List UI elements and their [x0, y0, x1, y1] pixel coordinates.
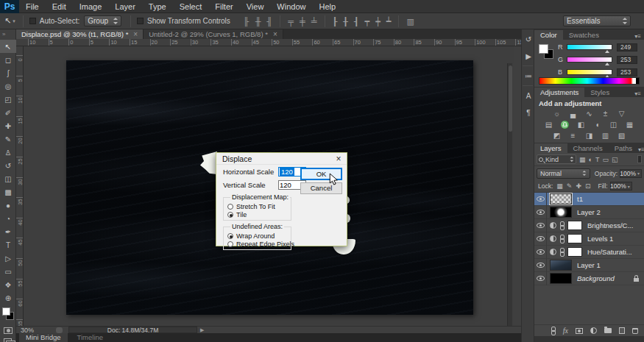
- vibrance-adjustment-icon[interactable]: ▽: [616, 110, 627, 118]
- blend-mode-dropdown[interactable]: Normal: [537, 168, 590, 179]
- radio-stretch-to-fit[interactable]: Stretch To Fit: [227, 202, 291, 210]
- dialog-close-icon[interactable]: ×: [330, 153, 347, 165]
- align-top-edges-icon[interactable]: ╤: [285, 14, 297, 29]
- channel-R-value[interactable]: 249: [617, 43, 637, 51]
- photo-filter-adjustment-icon[interactable]: ◖: [592, 121, 603, 129]
- align-right-edges-icon[interactable]: ╢: [263, 14, 275, 29]
- menu-layer[interactable]: Layer: [108, 0, 142, 13]
- channel-B-slider[interactable]: [567, 69, 612, 75]
- lock-all-icon[interactable]: ⊡: [585, 182, 591, 190]
- show-transform-controls-checkbox[interactable]: [137, 18, 144, 24]
- menu-select[interactable]: Select: [173, 0, 209, 13]
- quick-selection-tool[interactable]: ◎: [0, 79, 16, 93]
- fill-value[interactable]: 100%▾: [610, 182, 632, 190]
- curves-adjustment-icon[interactable]: ∿: [584, 110, 595, 118]
- panel-menu-icon[interactable]: ▾≡: [638, 146, 644, 153]
- type-tool[interactable]: T: [0, 238, 16, 252]
- distribute-right-edges-icon[interactable]: ┷: [383, 14, 394, 29]
- layer-thumbnail[interactable]: [550, 193, 572, 204]
- character-panel-icon[interactable]: A: [522, 88, 535, 103]
- layer-visibility-toggle[interactable]: [534, 232, 547, 246]
- close-tab-icon[interactable]: ×: [273, 30, 277, 38]
- channel-mixer-adjustment-icon[interactable]: ◫: [608, 121, 619, 129]
- menu-file[interactable]: File: [19, 0, 46, 13]
- paragraph-panel-icon[interactable]: ¶: [522, 105, 535, 120]
- brush-tool[interactable]: ✎: [0, 132, 16, 146]
- auto-align-layers-icon[interactable]: ▥: [403, 14, 417, 29]
- filter-shape-layers-icon[interactable]: ▭: [602, 156, 609, 163]
- move-tool[interactable]: ↖: [0, 40, 16, 53]
- distribute-left-edges-icon[interactable]: ┯: [362, 14, 373, 29]
- brightness-contrast-adjustment-icon[interactable]: ☼: [551, 110, 562, 118]
- menu-type[interactable]: Type: [142, 0, 173, 13]
- opacity-value[interactable]: 100%▾: [620, 169, 642, 178]
- channel-R-slider[interactable]: [567, 44, 612, 50]
- layer-mask-thumbnail[interactable]: [567, 234, 582, 243]
- tab-adjustments[interactable]: Adjustments: [534, 88, 584, 97]
- layer-visibility-toggle[interactable]: [534, 206, 547, 219]
- layer-thumbnail[interactable]: [550, 207, 572, 218]
- exposure-adjustment-icon[interactable]: ±: [600, 110, 611, 118]
- delete-layer-icon[interactable]: [632, 328, 638, 334]
- filter-pixel-layers-icon[interactable]: ▦: [579, 156, 586, 163]
- new-group-icon[interactable]: [604, 328, 612, 333]
- blur-tool[interactable]: ●: [0, 199, 16, 212]
- channel-G-slider[interactable]: [567, 57, 612, 63]
- history-brush-tool[interactable]: ↺: [0, 159, 16, 172]
- link-layers-icon[interactable]: [551, 327, 556, 335]
- invert-adjustment-icon[interactable]: ◩: [551, 132, 562, 140]
- align-horizontal-centers-icon[interactable]: ╫: [252, 14, 264, 29]
- eyedropper-tool[interactable]: ✐: [0, 106, 16, 119]
- layer-visibility-toggle[interactable]: [534, 272, 547, 285]
- menu-help[interactable]: Help: [312, 0, 342, 13]
- lasso-tool[interactable]: ʃ: [0, 66, 16, 79]
- layer-row-t1[interactable]: t1: [534, 193, 644, 206]
- color-spectrum-ramp[interactable]: [539, 77, 640, 85]
- layer-row-brightness-c[interactable]: Brightness/C...: [534, 219, 644, 232]
- layer-visibility-toggle[interactable]: [534, 246, 547, 259]
- properties-panel-icon[interactable]: ≔: [522, 68, 535, 83]
- crop-tool[interactable]: ◰: [0, 93, 16, 106]
- dodge-tool[interactable]: ◔: [0, 212, 16, 225]
- lock-position-icon[interactable]: ✚: [576, 182, 581, 190]
- distribute-vertical-centers-icon[interactable]: ╂: [340, 14, 351, 29]
- hand-tool[interactable]: ❖: [0, 278, 16, 291]
- close-tab-icon[interactable]: ×: [133, 30, 138, 38]
- layer-row-hue-saturati[interactable]: Hue/Saturati...: [534, 246, 644, 259]
- lock-transparent-pixels-icon[interactable]: ▦: [556, 182, 563, 190]
- filter-adjustment-layers-icon[interactable]: ◐: [589, 156, 592, 163]
- workspace-switcher-dropdown[interactable]: Essentials: [563, 15, 631, 26]
- hue-saturation-adjustment-icon[interactable]: ▤: [543, 121, 554, 129]
- align-left-edges-icon[interactable]: ╟: [241, 14, 252, 29]
- quick-mask-mode-icon[interactable]: [4, 327, 13, 334]
- tab-color[interactable]: Color: [534, 30, 563, 40]
- threshold-adjustment-icon[interactable]: ◨: [584, 132, 595, 140]
- document-tab-2[interactable]: Untitled-2 @ 29% (Curves 1, RGB/8) *×: [144, 29, 283, 39]
- tab-timeline[interactable]: Timeline: [71, 333, 110, 342]
- tab-swatches[interactable]: Swatches: [563, 30, 605, 40]
- layer-visibility-toggle[interactable]: [534, 219, 547, 232]
- levels-adjustment-icon[interactable]: ▄: [567, 110, 578, 118]
- tab-mini-bridge[interactable]: Mini Bridge: [19, 333, 68, 342]
- vertical-scrollbar-thumb[interactable]: [509, 65, 512, 132]
- lock-image-pixels-icon[interactable]: ✎: [567, 182, 573, 190]
- zoom-tool[interactable]: ⊕: [0, 291, 16, 304]
- distribute-bottom-edges-icon[interactable]: ┨: [351, 14, 362, 29]
- filter-type-layers-icon[interactable]: T: [595, 156, 600, 163]
- zoom-level-field[interactable]: 30%: [21, 327, 43, 334]
- new-adjustment-layer-icon[interactable]: [590, 327, 597, 334]
- posterize-adjustment-icon[interactable]: ≡: [567, 132, 578, 140]
- distribute-horizontal-centers-icon[interactable]: ┿: [372, 14, 383, 29]
- layer-row-layer-1[interactable]: Layer 1: [534, 259, 644, 272]
- foreground-color-swatch[interactable]: [539, 44, 548, 54]
- menu-image[interactable]: Image: [73, 0, 109, 13]
- channel-B-value[interactable]: 253: [617, 68, 637, 76]
- layer-visibility-toggle[interactable]: [534, 193, 547, 206]
- auto-select-checkbox[interactable]: [29, 18, 36, 24]
- menu-view[interactable]: View: [240, 0, 271, 13]
- black-white-adjustment-icon[interactable]: ◧: [576, 121, 587, 129]
- layer-mask-thumbnail[interactable]: [567, 221, 582, 230]
- rectangular-marquee-tool[interactable]: ◻: [0, 53, 16, 66]
- layer-style-fx-icon[interactable]: fx: [563, 327, 568, 335]
- layer-thumbnail[interactable]: [550, 273, 572, 284]
